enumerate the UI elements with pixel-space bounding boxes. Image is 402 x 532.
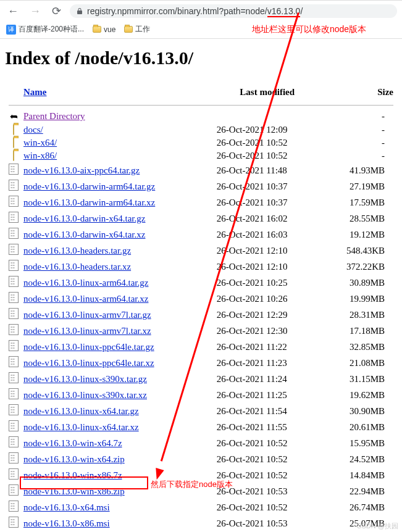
table-row: node-v16.13.0-linux-arm64.tar.gz26-Oct-2…: [5, 275, 397, 291]
file-icon: [9, 196, 19, 207]
table-row: node-v16.13.0-darwin-x64.tar.gz26-Oct-20…: [5, 210, 397, 227]
modified-cell: 26-Oct-2021 11:55: [213, 419, 322, 435]
file-link[interactable]: node-v16.13.0-x86.msi: [23, 518, 110, 528]
file-link[interactable]: docs/: [23, 125, 43, 135]
file-link[interactable]: node-v16.13.0-win-x64.7z: [23, 438, 122, 448]
modified-cell: 26-Oct-2021 16:02: [213, 210, 322, 227]
folder-icon: [93, 26, 101, 33]
file-link[interactable]: node-v16.13.0-linux-ppc64le.tar.xz: [23, 358, 154, 368]
file-link[interactable]: node-v16.13.0-linux-ppc64le.tar.gz: [23, 342, 154, 352]
col-modified[interactable]: Last modified: [213, 85, 322, 100]
modified-cell: 26-Oct-2021 12:09: [213, 123, 322, 136]
file-icon: [9, 228, 19, 239]
table-row: node-v16.13.0-darwin-x64.tar.xz26-Oct-20…: [5, 227, 397, 243]
folder-icon: [124, 26, 133, 33]
file-link[interactable]: node-v16.13.0-linux-x64.tar.gz: [23, 406, 139, 416]
file-link[interactable]: node-v16.13.0-darwin-x64.tar.gz: [23, 214, 145, 223]
table-row: docs/26-Oct-2021 12:09-: [5, 123, 397, 136]
file-icon: [9, 388, 19, 399]
file-icon: [9, 452, 19, 463]
size-cell: 24.52MB: [322, 451, 397, 467]
modified-cell: 26-Oct-2021 11:23: [213, 355, 322, 371]
size-cell: 20.61MB: [322, 419, 397, 435]
file-link[interactable]: node-v16.13.0-darwin-arm64.tar.gz: [23, 181, 155, 191]
file-link[interactable]: node-v16.13.0-linux-armv7l.tar.xz: [23, 326, 151, 336]
file-link[interactable]: node-v16.13.0-headers.tar.gz: [23, 246, 131, 256]
size-cell: 19.12MB: [322, 227, 397, 243]
file-link[interactable]: win-x64/: [23, 138, 57, 148]
folder-icon: [13, 137, 14, 148]
modified-cell: 26-Oct-2021 10:52: [213, 435, 322, 451]
reload-button[interactable]: ⟳: [49, 3, 64, 19]
parent-directory-link[interactable]: Parent Directory: [23, 111, 85, 121]
bookmark-label: vue: [104, 25, 115, 34]
annotation-highlight-box: [20, 476, 148, 489]
folder-icon: [13, 150, 14, 161]
modified-cell: 26-Oct-2021 10:53: [213, 515, 322, 531]
table-row: node-v16.13.0-linux-x64.tar.gz26-Oct-202…: [5, 403, 397, 419]
table-row: win-x64/26-Oct-2021 10:52-: [5, 136, 397, 149]
modified-cell: 26-Oct-2021 11:25: [213, 387, 322, 403]
file-link[interactable]: node-v16.13.0-linux-arm64.tar.gz: [23, 278, 148, 288]
table-row: node-v16.13.0-x64.msi26-Oct-2021 10:5226…: [5, 499, 397, 515]
file-icon: [9, 276, 19, 287]
table-row: node-v16.13.0-linux-arm64.tar.xz26-Oct-2…: [5, 291, 397, 307]
bookmark-vue[interactable]: vue: [93, 25, 115, 34]
file-link[interactable]: node-v16.13.0-aix-ppc64.tar.gz: [23, 165, 140, 175]
page-content: Index of /node/v16.13.0/ Name Last modif…: [0, 48, 402, 532]
modified-cell: 26-Oct-2021 10:52: [213, 451, 322, 467]
modified-cell: 26-Oct-2021 12:29: [213, 307, 322, 323]
watermark: CSDN @扶园: [357, 522, 398, 531]
annotation-download: 然后下载指定node版本: [151, 479, 233, 490]
table-row: node-v16.13.0-linux-s390x.tar.gz26-Oct-2…: [5, 371, 397, 387]
file-icon: [9, 356, 19, 367]
file-link[interactable]: node-v16.13.0-headers.tar.xz: [23, 262, 131, 272]
size-cell: 15.95MB: [322, 435, 397, 451]
file-icon: [9, 501, 19, 512]
table-row: node-v16.13.0-linux-x64.tar.xz26-Oct-202…: [5, 419, 397, 435]
bookmark-baidu[interactable]: 译 百度翻译-200种语...: [6, 24, 84, 35]
lock-icon: [76, 7, 83, 15]
file-icon: [9, 212, 19, 223]
page-title: Index of /node/v16.13.0/: [5, 48, 397, 69]
file-link[interactable]: node-v16.13.0-linux-x64.tar.xz: [23, 422, 139, 432]
forward-button[interactable]: →: [27, 4, 43, 19]
bookmark-work[interactable]: 工作: [124, 24, 150, 35]
file-link[interactable]: node-v16.13.0-darwin-x64.tar.xz: [23, 230, 145, 239]
table-row: node-v16.13.0-darwin-arm64.tar.gz26-Oct-…: [5, 178, 397, 194]
parent-directory-row: ➦ Parent Directory -: [5, 109, 397, 123]
file-icon: [9, 484, 19, 496]
table-row: node-v16.13.0-linux-armv7l.tar.gz26-Oct-…: [5, 307, 397, 323]
file-link[interactable]: node-v16.13.0-linux-s390x.tar.xz: [23, 390, 147, 400]
file-link[interactable]: win-x86/: [23, 151, 57, 160]
size-cell: 31.15MB: [322, 371, 397, 387]
size-cell: -: [322, 136, 397, 149]
modified-cell: 26-Oct-2021 12:30: [213, 323, 322, 339]
file-icon: [9, 517, 19, 528]
modified-cell: 26-Oct-2021 12:10: [213, 243, 322, 259]
size-cell: 17.59MB: [322, 194, 397, 210]
size-cell: 21.08MB: [322, 355, 397, 371]
bookmark-label: 百度翻译-200种语...: [19, 24, 84, 35]
translate-icon: 译: [6, 25, 16, 35]
modified-cell: 26-Oct-2021 10:52: [213, 149, 322, 162]
file-link[interactable]: node-v16.13.0-linux-s390x.tar.gz: [23, 374, 147, 384]
file-link[interactable]: node-v16.13.0-x64.msi: [23, 502, 110, 512]
size-cell: -: [322, 149, 397, 162]
annotation-url: 地址栏这里可以修改node版本: [252, 24, 366, 35]
table-row: node-v16.13.0-win-x64.7z26-Oct-2021 10:5…: [5, 435, 397, 451]
back-button[interactable]: ←: [5, 4, 21, 19]
bookmark-label: 工作: [135, 24, 150, 35]
file-link[interactable]: node-v16.13.0-win-x64.zip: [23, 454, 125, 464]
size-cell: 30.89MB: [322, 275, 397, 291]
file-link[interactable]: node-v16.13.0-linux-armv7l.tar.gz: [23, 310, 151, 320]
file-link[interactable]: node-v16.13.0-linux-arm64.tar.xz: [23, 294, 148, 304]
table-row: node-v16.13.0-win-x64.zip26-Oct-2021 10:…: [5, 451, 397, 467]
col-name[interactable]: Name: [20, 85, 213, 100]
file-link[interactable]: node-v16.13.0-darwin-arm64.tar.xz: [23, 197, 155, 207]
size-cell: 26.74MB: [322, 499, 397, 515]
file-icon: [9, 260, 19, 271]
col-size[interactable]: Size: [322, 85, 397, 100]
address-bar[interactable]: registry.npmmirror.com/binary.html?path=…: [70, 4, 397, 18]
file-icon: [9, 340, 19, 351]
